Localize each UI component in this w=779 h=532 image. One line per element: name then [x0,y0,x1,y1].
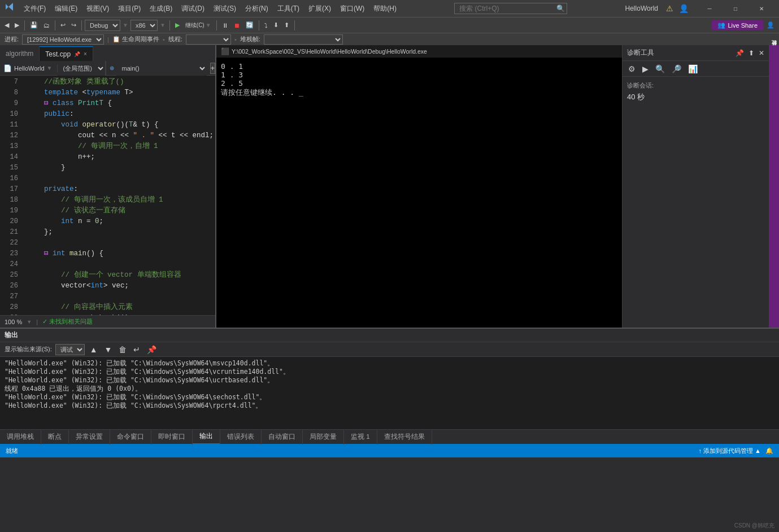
output-line-4: 线程 0x4a88 已退出，返回值为 0 (0x0)。 [5,385,774,393]
code-line-21: }; [27,227,215,238]
thread-dropdown[interactable] [186,34,231,45]
pause-button[interactable]: ⏸ [220,21,230,30]
line-num-15: 15 [0,163,18,173]
step-over-button[interactable]: ⤵ [262,21,270,30]
tab-breakpoints[interactable]: 断点 [41,430,69,444]
diagnostics-panel: 诊断工具 📌 ⬆ ✕ ⚙ ▶ 🔍 🔎 📊 诊断会话: 40 秒 [622,45,769,328]
tab-immediate-window[interactable]: 即时窗口 [151,430,193,444]
close-diag-icon[interactable]: ✕ [759,49,764,57]
tab-watch1[interactable]: 监视 1 [344,430,377,444]
stop-button[interactable]: ⏹ [232,21,242,30]
search-input[interactable] [454,3,567,14]
alert-icon: ⚠ [666,4,673,13]
line-num-12: 12 [0,130,18,141]
add-line-button[interactable]: + [210,63,216,74]
tab-testcpp[interactable]: Test.cpp 📌 × [40,46,93,61]
step-into-button[interactable]: ⬇ [271,20,281,30]
tab-close-icon[interactable]: × [84,51,87,57]
code-line-10: public: [27,109,215,120]
maximize-button[interactable]: □ [723,0,748,17]
menu-help[interactable]: 帮助(H) [369,3,401,15]
diag-session-time: 40 秒 [627,92,764,102]
console-icon: ⬛ [221,47,229,55]
debug-config-dropdown[interactable]: Debug [85,20,120,31]
close-button[interactable]: ✕ [748,0,774,17]
redo-button[interactable]: ↪ [69,20,79,30]
diag-chart-icon[interactable]: 📊 [686,63,700,75]
back-button[interactable]: ◀ [2,20,11,30]
continue-button[interactable]: 继续(C)▼ [183,20,214,30]
restart-button[interactable]: 🔄 [243,20,256,30]
line-num-11: 11 [0,120,18,130]
start-button[interactable]: ▶ [173,20,182,30]
diag-settings-icon[interactable]: ⚙ [626,63,638,75]
menu-project[interactable]: 项目(P) [114,3,145,15]
save-button[interactable]: 💾 [28,20,40,30]
tab-find-symbol[interactable]: 查找符号结果 [377,430,432,444]
code-editor[interactable]: 7 8 9 10 11 12 13 14 15 16 17 18 19 20 2… [0,76,215,315]
float-icon[interactable]: ⬆ [748,49,754,57]
output-pin-icon[interactable]: 📌 [145,345,158,355]
menu-analyze[interactable]: 分析(N) [241,3,273,15]
tab-output[interactable]: 输出 [193,430,220,444]
menu-window[interactable]: 窗口(W) [336,3,369,15]
output-source-dropdown[interactable]: 调试 [55,344,85,355]
diag-zoom-icon[interactable]: 🔎 [669,63,684,75]
menu-file[interactable]: 文件(F) [19,3,50,15]
undo-button[interactable]: ↩ [58,20,68,30]
diag-search-icon[interactable]: 🔍 [653,63,667,75]
stack-dropdown[interactable] [264,34,343,45]
diag-forward-icon[interactable]: ▶ [640,63,651,75]
save-all-button[interactable]: 🗂 [41,21,52,30]
menu-edit[interactable]: 编辑(E) [50,3,82,15]
separator-3 [81,20,82,30]
line-numbers: 7 8 9 10 11 12 13 14 15 16 17 18 19 20 2… [0,76,23,315]
separator-5 [216,20,217,30]
account-button[interactable]: 👤 [764,20,777,30]
output-down-icon[interactable]: ▼ [103,345,114,355]
live-share-button[interactable]: 👥 Live Share [712,20,763,30]
tab-exception-settings[interactable]: 异常设置 [69,430,110,444]
separator-proc2: • [163,36,165,43]
tab-algorithm-label: algorithm [6,50,33,58]
tab-call-stack[interactable]: 调用堆栈 [0,430,41,444]
scope-dropdown[interactable]: (全局范围) [58,61,106,76]
menu-test[interactable]: 测试(S) [209,3,241,15]
tab-auto-window[interactable]: 自动窗口 [262,430,303,444]
code-line-14: n++; [27,152,215,163]
pin-icon[interactable]: 📌 [736,49,744,57]
app-title: HelloWorld [625,5,658,12]
platform-dropdown[interactable]: x86 [130,20,158,31]
process-dropdown[interactable]: [12992] HelloWorld.exe [22,34,104,45]
bell-icon[interactable]: 🔔 [765,447,773,455]
code-line-15: } [27,163,215,173]
tab-command-window[interactable]: 命令窗口 [110,430,151,444]
forward-button[interactable]: ▶ [12,20,21,30]
output-clear-icon[interactable]: 🗑 [117,345,128,355]
toolbar: ◀ ▶ 💾 🗂 ↩ ↪ Debug ▼ x86 ▼ ▶ 继续(C)▼ ⏸ ⏹ 🔄… [0,17,779,33]
menu-view[interactable]: 视图(V) [82,3,114,15]
menu-tools[interactable]: 工具(T) [273,3,304,15]
file-label: HelloWorld [14,65,45,72]
add-source-control-button[interactable]: ↑ 添加到源代码管理 ▲ [699,447,761,455]
output-wrap-icon[interactable]: ↵ [132,345,142,355]
line-num-14: 14 [0,152,18,163]
minimize-button[interactable]: ─ [697,0,723,17]
tab-locals[interactable]: 局部变量 [303,430,344,444]
tab-error-list[interactable]: 错误列表 [220,430,262,444]
process-label: 进程: [5,35,19,43]
code-line-22 [27,238,215,248]
zoom-level: 100 % [5,319,22,325]
line-num-19: 19 [0,206,18,216]
line-num-23: 23 [0,248,18,259]
error-status: ✓ 未找到相关问题 [42,317,93,326]
menu-extensions[interactable]: 扩展(X) [304,3,336,15]
output-up-icon[interactable]: ▲ [88,345,99,355]
tab-algorithm[interactable]: algorithm [0,46,40,61]
function-dropdown[interactable]: main() [116,61,207,76]
file-arrow: ▼ [47,65,53,71]
code-line-27 [27,291,215,302]
menu-debug[interactable]: 调试(D) [177,3,209,15]
menu-build[interactable]: 生成(B) [145,3,177,15]
step-out-button[interactable]: ⬆ [282,20,291,30]
